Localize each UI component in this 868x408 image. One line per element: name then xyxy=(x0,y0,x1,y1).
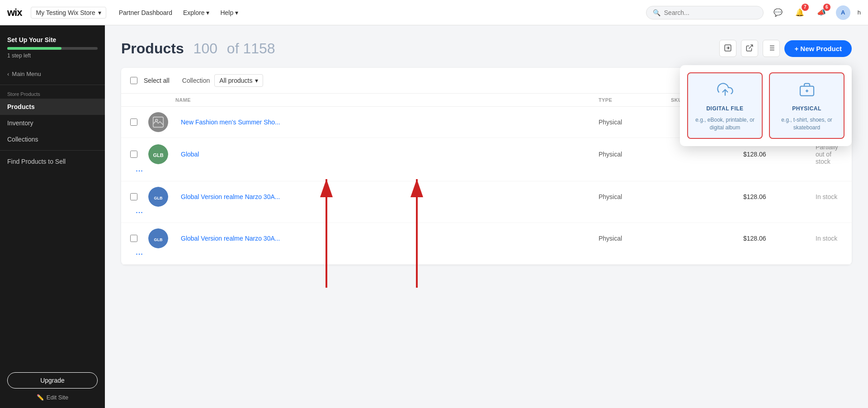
more-options-4[interactable]: ··· xyxy=(130,248,148,259)
header-actions: + New Product DIGITAL FILE e.g., eBook, … xyxy=(719,40,852,57)
svg-text:GLB: GLB xyxy=(153,152,163,158)
more-options-2[interactable]: ··· xyxy=(130,165,148,176)
physical-desc: e.g., t-shirt, shoes, or skateboard xyxy=(775,116,838,132)
select-all-label[interactable]: Select all xyxy=(144,77,170,84)
sidebar-item-products[interactable]: Products xyxy=(0,99,105,115)
export-button[interactable] xyxy=(741,40,758,57)
user-label[interactable]: h xyxy=(858,9,861,16)
row-checkbox-3[interactable] xyxy=(130,193,137,200)
product-price-4: $128.06 xyxy=(743,235,816,242)
more-options-3[interactable]: ··· xyxy=(130,207,148,217)
table-row: GLB Global Version realme Narzo 30A... P… xyxy=(121,223,852,265)
product-count: 100 xyxy=(193,40,217,57)
sidebar-divider-2 xyxy=(0,150,105,151)
wix-logo: wix xyxy=(7,7,22,19)
physical-card[interactable]: PHYSICAL e.g., t-shirt, shoes, or skateb… xyxy=(769,72,844,139)
nav-links: Partner Dashboard Explore ▾ Help ▾ xyxy=(119,9,239,16)
product-name-4[interactable]: Global Version realme Narzo 30A... xyxy=(175,235,599,242)
avatar[interactable]: A xyxy=(836,5,850,20)
edit-site-link[interactable]: ✏️ Edit Site xyxy=(7,394,98,401)
product-status-2: Partially out of stock xyxy=(816,143,843,165)
digital-file-card[interactable]: DIGITAL FILE e.g., eBook, printable, or … xyxy=(687,72,763,139)
collection-label: Collection xyxy=(182,77,210,84)
export-icon xyxy=(745,44,754,53)
product-name-1[interactable]: New Fashion men's Summer Sho... xyxy=(175,119,599,126)
col-name: NAME xyxy=(175,97,599,103)
main-content: Products 100 of 1158 xyxy=(105,25,868,408)
row-checkbox-4[interactable] xyxy=(130,235,137,242)
product-thumbnail-4: GLB xyxy=(148,228,168,248)
store-selector[interactable]: My Testing Wix Store ▾ xyxy=(31,7,106,19)
import-icon xyxy=(724,44,732,53)
product-status-4: In stock xyxy=(816,235,843,242)
topnav-right: 🔍 💬 🔔 7 📣 6 A h xyxy=(646,5,861,20)
product-name-2[interactable]: Global xyxy=(175,151,599,158)
search-input[interactable] xyxy=(664,9,757,16)
of-text: of xyxy=(227,40,239,57)
table-row: GLB Global Version realme Narzo 30A... P… xyxy=(121,181,852,223)
chevron-down-icon: ▾ xyxy=(235,9,238,16)
col-type: TYPE xyxy=(599,97,671,103)
chevron-down-icon: ▾ xyxy=(255,77,258,84)
select-all-checkbox[interactable] xyxy=(130,77,137,84)
product-type-2: Physical xyxy=(599,151,671,158)
search-bar[interactable]: 🔍 xyxy=(646,6,764,19)
collection-selector[interactable]: All products ▾ xyxy=(214,74,263,87)
digital-file-desc: e.g., eBook, printable, or digital album xyxy=(693,116,756,132)
top-navigation: wix My Testing Wix Store ▾ Partner Dashb… xyxy=(0,0,868,25)
import-button[interactable] xyxy=(719,40,736,57)
chat-icon: 💬 xyxy=(774,8,783,17)
svg-text:GLB: GLB xyxy=(154,237,163,242)
new-product-button[interactable]: + New Product xyxy=(784,40,852,57)
product-type-4: Physical xyxy=(599,235,671,242)
row-checkbox-1[interactable] xyxy=(130,119,137,126)
nav-partner-dashboard[interactable]: Partner Dashboard xyxy=(119,9,172,16)
setup-box: Set Up Your Site 1 step left xyxy=(0,31,105,66)
svg-line-1 xyxy=(749,45,753,48)
collection-value: All products xyxy=(219,77,252,84)
chevron-down-icon: ▾ xyxy=(98,9,101,16)
megaphone-badge: 6 xyxy=(823,4,830,11)
store-name: My Testing Wix Store xyxy=(36,9,95,16)
row-checkbox-2[interactable] xyxy=(130,151,137,158)
progress-bar-fill xyxy=(7,47,61,50)
sidebar-item-collections[interactable]: Collections xyxy=(0,131,105,147)
digital-file-icon xyxy=(717,81,733,101)
sidebar-bottom: Upgrade ✏️ Edit Site xyxy=(0,365,105,408)
physical-title: PHYSICAL xyxy=(792,105,821,112)
upgrade-button[interactable]: Upgrade xyxy=(7,372,98,389)
customize-button[interactable] xyxy=(763,40,780,57)
svg-text:GLB: GLB xyxy=(154,196,163,200)
sidebar-section-label: Store Products xyxy=(0,88,105,99)
chevron-down-icon: ▾ xyxy=(206,9,209,16)
product-thumbnail-1 xyxy=(148,112,168,132)
product-type-1: Physical xyxy=(599,119,671,126)
sidebar-item-inventory[interactable]: Inventory xyxy=(0,115,105,131)
product-type-dropdown: DIGITAL FILE e.g., eBook, printable, or … xyxy=(680,65,852,146)
steps-left: 1 step left xyxy=(7,52,98,59)
chat-button[interactable]: 💬 xyxy=(771,5,785,20)
product-total: 1158 xyxy=(243,40,275,57)
pencil-icon: ✏️ xyxy=(37,394,44,401)
product-status-3: In stock xyxy=(816,193,843,200)
setup-title: Set Up Your Site xyxy=(7,36,98,43)
nav-explore[interactable]: Explore ▾ xyxy=(183,9,209,16)
nav-help[interactable]: Help ▾ xyxy=(220,9,238,16)
sidebar-item-find-products[interactable]: Find Products to Sell xyxy=(0,153,105,170)
product-name-3[interactable]: Global Version realme Narzo 30A... xyxy=(175,193,599,200)
product-price-2: $128.06 xyxy=(743,151,816,158)
progress-bar-bg xyxy=(7,47,98,50)
digital-file-title: DIGITAL FILE xyxy=(706,105,743,112)
product-price-3: $128.06 xyxy=(743,193,816,200)
chevron-left-icon: ‹ xyxy=(7,71,9,77)
product-type-3: Physical xyxy=(599,193,671,200)
search-icon: 🔍 xyxy=(653,9,660,16)
notifications-badge: 7 xyxy=(802,4,809,11)
sidebar: Set Up Your Site 1 step left ‹ Main Menu… xyxy=(0,25,105,408)
columns-icon xyxy=(767,44,775,53)
sidebar-divider xyxy=(0,85,105,85)
megaphone-button[interactable]: 📣 6 xyxy=(814,5,829,20)
main-menu-link[interactable]: ‹ Main Menu xyxy=(0,66,105,82)
notifications-button[interactable]: 🔔 7 xyxy=(793,5,807,20)
page-header: Products 100 of 1158 xyxy=(121,40,852,57)
